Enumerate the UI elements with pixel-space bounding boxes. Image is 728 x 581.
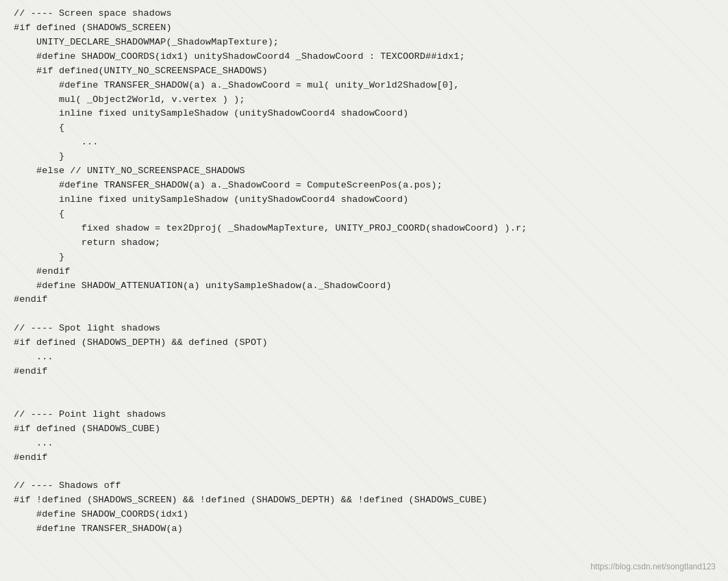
code-block: // ---- Screen space shadows #if defined…: [14, 7, 714, 537]
page-container: // ---- Screen space shadows #if defined…: [0, 0, 728, 581]
watermark: https://blog.csdn.net/songtland123: [590, 562, 716, 571]
